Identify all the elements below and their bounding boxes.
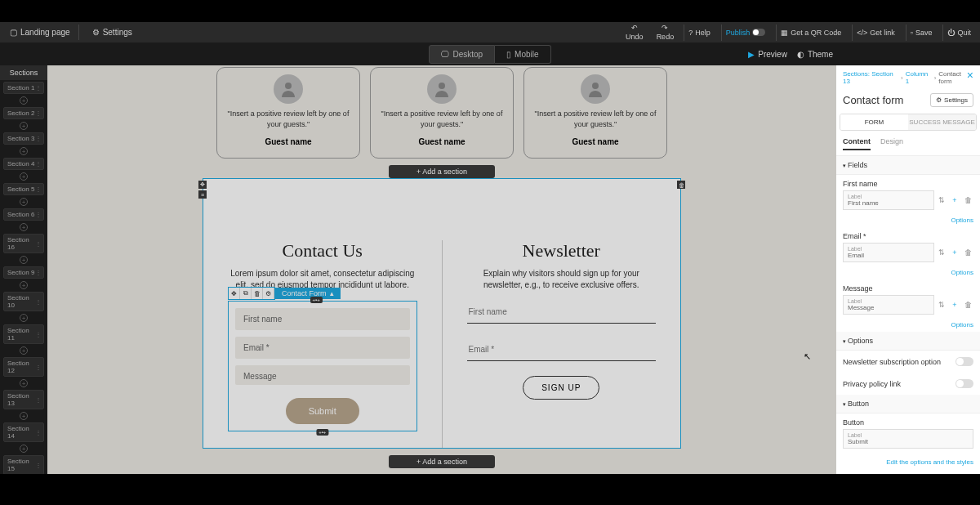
delete-field-icon[interactable]: 🗑 — [962, 194, 973, 206]
selected-section[interactable]: ✥ ≡ 🗑 Contact Us Lorem ipsum dolor sit a… — [203, 178, 681, 449]
add-section-icon[interactable]: + — [20, 379, 28, 387]
contact-form-element[interactable]: ✥ ⧉ 🗑 ⚙ Contact Form▴ +▪+ First name Ema… — [228, 301, 417, 431]
button-section-head[interactable]: Button — [836, 395, 980, 413]
review-card[interactable]: "Insert a positive review left by one of… — [216, 67, 360, 159]
subtab-design[interactable]: Design — [880, 137, 903, 150]
add-section-icon[interactable]: + — [20, 172, 28, 181]
preview-button[interactable]: ▶Preview — [748, 50, 787, 59]
section-item[interactable]: Section 15⋮ — [3, 455, 44, 475]
add-field-icon[interactable]: + — [949, 194, 960, 206]
field-options-link[interactable]: Options — [836, 267, 980, 279]
section-item[interactable]: Section 13⋮ — [3, 390, 44, 409]
undo-icon: ↶ — [631, 24, 638, 32]
avatar — [581, 74, 610, 104]
add-section-icon[interactable]: + — [20, 445, 28, 453]
section-item[interactable]: Section 6⋮ — [3, 208, 44, 221]
add-below-handle[interactable]: +▪+ — [316, 429, 328, 436]
button-label-input[interactable]: Label Submit — [843, 429, 973, 449]
field-options-link[interactable]: Options — [836, 215, 980, 227]
save-button[interactable]: ▫Save — [906, 25, 937, 41]
add-field-icon[interactable]: + — [949, 299, 960, 311]
crumb-column[interactable]: Column 1 — [906, 70, 932, 85]
success-tab[interactable]: SUCCESS MESSAGE — [908, 114, 976, 130]
section-item[interactable]: Section 14⋮ — [3, 422, 44, 442]
move-handle-icon[interactable]: ✥ — [198, 181, 207, 189]
help-button[interactable]: ?Help — [684, 25, 715, 41]
move-icon[interactable]: ✥ — [229, 288, 240, 299]
landing-page-button[interactable]: ▢ Landing page — [5, 25, 79, 40]
add-section-icon[interactable]: + — [20, 122, 28, 130]
signup-button[interactable]: SIGN UP — [523, 376, 599, 400]
redo-button[interactable]: ↷Redo — [653, 24, 678, 41]
delete-section-icon[interactable]: 🗑 — [677, 181, 685, 189]
publish-button[interactable]: Publish — [721, 25, 770, 41]
add-section-icon[interactable]: + — [20, 96, 28, 105]
field-label-input[interactable]: LabelEmail — [843, 243, 934, 262]
add-section-icon[interactable]: + — [20, 256, 28, 264]
copy-icon[interactable]: ⧉ — [240, 288, 252, 299]
opt-newsletter-toggle[interactable] — [956, 357, 973, 366]
add-section-icon[interactable]: + — [20, 223, 28, 231]
review-card[interactable]: "Insert a positive review left by one of… — [523, 67, 667, 159]
opt-privacy-toggle[interactable] — [956, 379, 973, 388]
email-input[interactable]: Email * — [235, 337, 410, 359]
fields-section-head[interactable]: Fields — [836, 156, 980, 175]
properties-panel: Sections: Section 13› Column 1› Contact … — [836, 65, 980, 474]
add-section-icon[interactable]: + — [20, 314, 28, 322]
add-field-icon[interactable]: + — [949, 247, 960, 258]
field-options-link[interactable]: Options — [836, 320, 980, 332]
first-name-input[interactable]: First name — [235, 308, 410, 330]
drag-icon[interactable]: ⇅ — [936, 299, 947, 311]
section-item[interactable]: Section 12⋮ — [3, 357, 44, 377]
crumb-section[interactable]: Sections: Section 13 — [843, 70, 898, 85]
publish-toggle[interactable] — [752, 29, 765, 36]
section-item[interactable]: Section 3⋮ — [3, 132, 44, 145]
section-item[interactable]: Section 9⋮ — [3, 266, 44, 279]
quit-button[interactable]: ⏻Quit — [942, 25, 975, 41]
message-input[interactable]: Message — [235, 365, 410, 385]
gear-icon[interactable]: ⚙ — [263, 288, 274, 299]
close-icon[interactable]: × — [967, 69, 973, 82]
add-section-icon[interactable]: + — [20, 147, 28, 155]
add-section-button[interactable]: + Add a section — [389, 455, 495, 468]
nl-first-name-input[interactable] — [467, 301, 657, 324]
section-item[interactable]: Section 4⋮ — [3, 158, 44, 170]
field-label-input[interactable]: LabelMessage — [843, 295, 934, 315]
edit-styles-link[interactable]: Edit the options and the styles — [836, 454, 980, 471]
qr-button[interactable]: ▦Get a QR Code — [776, 25, 845, 41]
button-field-label: Button — [843, 418, 973, 427]
subtab-content[interactable]: Content — [843, 137, 871, 150]
drag-handle-icon[interactable]: ≡ — [198, 190, 207, 199]
add-section-icon[interactable]: + — [20, 281, 28, 289]
settings-button[interactable]: ⚙ Settings — [87, 25, 137, 40]
mobile-tab[interactable]: ▯Mobile — [495, 45, 550, 64]
trash-icon[interactable]: 🗑 — [252, 288, 263, 299]
add-section-icon[interactable]: + — [20, 412, 28, 420]
theme-button[interactable]: ◐Theme — [797, 50, 833, 59]
add-above-handle[interactable]: +▪+ — [310, 297, 323, 303]
section-item[interactable]: Section 16⋮ — [3, 234, 44, 253]
options-section-head[interactable]: Options — [836, 332, 980, 351]
section-item[interactable]: Section 10⋮ — [3, 292, 44, 311]
section-item[interactable]: Section 2⋮ — [3, 107, 44, 119]
add-section-icon[interactable]: + — [20, 198, 28, 206]
review-card[interactable]: "Insert a positive review left by one of… — [370, 67, 514, 159]
getlink-button[interactable]: </>Get link — [852, 25, 899, 41]
drag-icon[interactable]: ⇅ — [936, 194, 947, 206]
delete-field-icon[interactable]: 🗑 — [962, 299, 973, 311]
delete-field-icon[interactable]: 🗑 — [962, 247, 973, 258]
section-item[interactable]: Section 5⋮ — [3, 183, 44, 195]
selection-label[interactable]: Contact Form▴ — [275, 288, 341, 299]
form-tab[interactable]: FORM — [840, 114, 908, 130]
undo-button[interactable]: ↶Undo — [622, 24, 647, 41]
drag-icon[interactable]: ⇅ — [936, 247, 947, 258]
section-item[interactable]: Section 1⋮ — [3, 82, 44, 94]
field-label-input[interactable]: LabelFirst name — [843, 190, 934, 210]
desktop-tab[interactable]: 🖵Desktop — [429, 45, 495, 64]
submit-button[interactable]: Submit — [286, 398, 359, 424]
section-item[interactable]: Section 11⋮ — [3, 324, 44, 344]
nl-email-input[interactable] — [467, 338, 657, 361]
element-settings-button[interactable]: ⚙Settings — [930, 93, 973, 107]
add-section-button[interactable]: + Add a section — [389, 165, 495, 178]
add-section-icon[interactable]: + — [20, 346, 28, 355]
